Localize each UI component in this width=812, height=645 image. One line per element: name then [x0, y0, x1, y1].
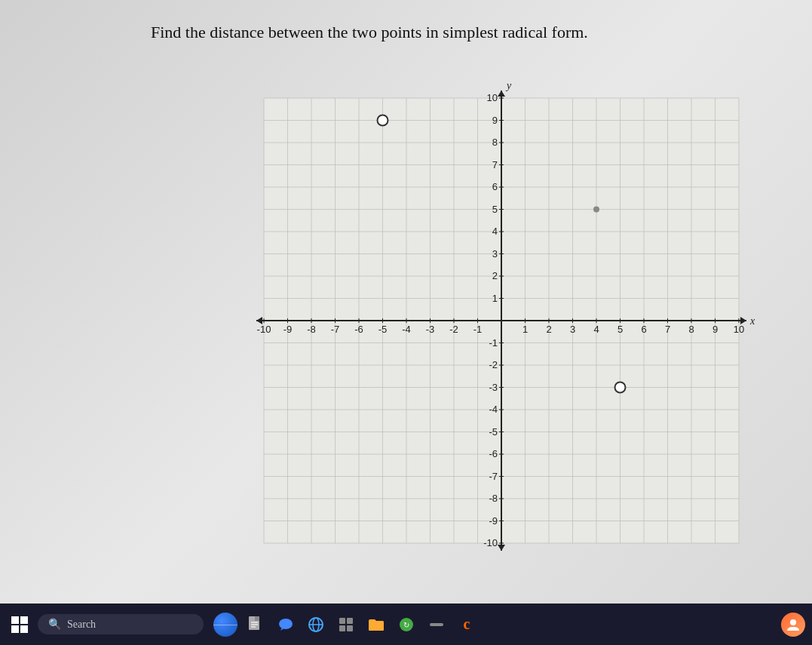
windows-grid-cell	[11, 616, 19, 624]
browser-icon	[306, 615, 326, 634]
search-icon: 🔍	[48, 618, 61, 631]
browser-taskbar-icon[interactable]	[303, 612, 329, 637]
avatar-icon	[781, 613, 805, 637]
windows-grid-cell	[20, 625, 28, 633]
windows-grid-cell	[20, 616, 28, 624]
svg-rect-13	[347, 625, 353, 631]
svg-rect-1	[255, 616, 259, 621]
taskbar: 🔍 Search	[0, 604, 812, 645]
grid-icon	[336, 615, 356, 634]
globe-taskbar-icon[interactable]	[213, 612, 238, 637]
taskbar-search[interactable]: 🔍 Search	[38, 614, 204, 634]
search-text: Search	[67, 619, 96, 631]
letter-c-text: c	[464, 616, 470, 633]
svg-rect-12	[339, 625, 345, 631]
coordinate-plane	[219, 83, 761, 573]
person-taskbar-icon[interactable]	[780, 612, 806, 637]
svg-rect-10	[339, 618, 345, 624]
refresh-taskbar-icon[interactable]: ↻	[394, 612, 419, 637]
windows-start-button[interactable]	[6, 611, 33, 638]
svg-point-17	[790, 619, 796, 625]
svg-rect-11	[347, 618, 353, 624]
grid-taskbar-icon[interactable]	[333, 612, 359, 637]
svg-rect-16	[430, 623, 443, 626]
svg-point-5	[279, 619, 293, 629]
folder-taskbar-icon[interactable]	[363, 612, 389, 637]
chat-icon	[276, 615, 296, 634]
minus-taskbar-icon[interactable]	[424, 612, 449, 637]
question-title: Find the distance between the two points…	[151, 23, 797, 42]
file-taskbar-icon[interactable]	[243, 612, 268, 637]
file-icon	[246, 615, 265, 634]
taskbar-right-icons	[780, 612, 806, 637]
svg-text:↻: ↻	[403, 621, 409, 629]
person-silhouette-icon	[786, 617, 801, 632]
minus-icon	[427, 615, 446, 634]
graph-container	[219, 83, 761, 573]
windows-icon	[11, 616, 28, 633]
letter-c-taskbar-icon[interactable]: c	[454, 612, 480, 637]
taskbar-icons: ↻ c	[213, 612, 480, 637]
windows-grid-cell	[11, 625, 19, 633]
refresh-icon: ↻	[397, 615, 416, 634]
folder-icon	[366, 615, 386, 634]
main-content: Find the distance between the two points…	[0, 0, 812, 604]
chat-taskbar-icon[interactable]	[273, 612, 299, 637]
svg-marker-6	[280, 628, 285, 631]
globe-icon	[213, 613, 237, 637]
